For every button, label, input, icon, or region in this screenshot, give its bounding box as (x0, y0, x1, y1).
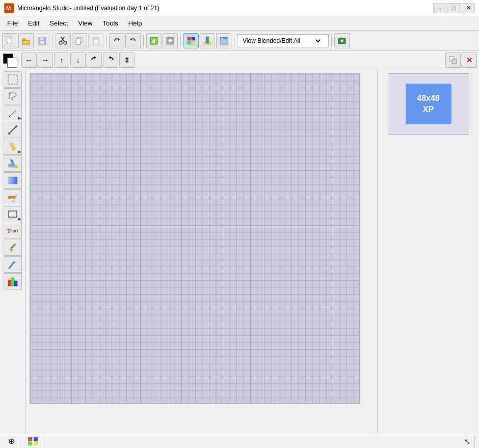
clear-button[interactable]: ✕ (462, 52, 477, 68)
view-mode-dropdown[interactable]: View Blended/Edit All View Normal/Edit A… (237, 34, 329, 47)
svg-rect-5 (7, 41, 11, 41)
menu-tools[interactable]: Tools (97, 17, 123, 29)
view-window-button[interactable] (216, 33, 231, 48)
svg-point-58 (13, 200, 14, 201)
svg-rect-26 (192, 37, 195, 40)
preview-inner: 48x48 XP (406, 84, 451, 124)
move-up-button[interactable]: ↑ (54, 52, 69, 68)
svg-point-59 (15, 201, 16, 202)
toolbar2-right: ✕ (445, 52, 477, 68)
status-resize: ⤡ (460, 434, 475, 448)
svg-point-56 (8, 196, 11, 199)
open-button[interactable] (18, 33, 34, 48)
rotate-cw-button[interactable] (87, 52, 102, 68)
view-grid-button[interactable] (183, 33, 199, 48)
svg-point-16 (64, 41, 67, 44)
svg-point-50 (8, 133, 10, 135)
export-button[interactable] (163, 33, 178, 48)
undo-button[interactable] (109, 33, 124, 48)
menu-select[interactable]: Select (44, 17, 73, 29)
move-down-button[interactable]: ↓ (70, 52, 86, 68)
svg-rect-67 (28, 437, 32, 441)
copy-button[interactable] (72, 33, 87, 48)
close-button[interactable]: ✕ (462, 3, 475, 13)
svg-rect-8 (22, 39, 25, 40)
tool-airbrush[interactable] (4, 189, 22, 205)
svg-point-39 (341, 40, 343, 42)
svg-line-49 (9, 126, 16, 134)
svg-point-51 (15, 125, 17, 127)
menu-view[interactable]: View (73, 17, 98, 29)
menu-edit[interactable]: Edit (23, 17, 44, 29)
svg-rect-18 (76, 39, 81, 44)
svg-point-15 (59, 41, 62, 44)
grid-overlay (30, 74, 359, 403)
maximize-button[interactable]: □ (447, 3, 461, 13)
window-controls: – □ ✕ (433, 3, 475, 13)
tool-text[interactable]: T ext (4, 223, 22, 239)
svg-rect-11 (40, 37, 44, 40)
svg-rect-45 (8, 75, 17, 84)
svg-rect-66 (9, 279, 11, 280)
svg-point-60 (12, 201, 13, 202)
svg-rect-40 (340, 38, 342, 39)
svg-rect-65 (14, 281, 17, 286)
flip-button[interactable] (119, 52, 135, 68)
menu-bar: File Edit Select View Tools Help (0, 16, 479, 31)
svg-rect-61 (9, 211, 17, 217)
save-button[interactable] (35, 33, 50, 48)
copy-preview-button[interactable] (445, 52, 461, 68)
tool-rectangle[interactable]: ▶ (4, 206, 22, 222)
canvas-area[interactable] (25, 69, 377, 434)
tool-smudge[interactable] (4, 256, 22, 273)
tool-gradient[interactable] (4, 172, 22, 189)
cut-button[interactable] (56, 33, 71, 48)
app-icon: M (4, 3, 14, 13)
svg-marker-32 (206, 36, 207, 37)
tool-selection[interactable] (4, 71, 22, 88)
preview-box: 48x48 XP (388, 73, 469, 135)
crosshair-icon: ⊕ (8, 436, 15, 446)
title-bar: M Microangelo Studio- untitled (Evaluati… (0, 0, 479, 16)
paste-button[interactable] (88, 33, 103, 48)
view-mode-select[interactable]: View Blended/Edit All View Normal/Edit A… (241, 37, 322, 45)
tool-line[interactable] (4, 122, 22, 138)
separator3 (143, 35, 144, 47)
tool-pencil[interactable]: ▶ (4, 139, 22, 155)
svg-rect-64 (11, 278, 14, 286)
separator6 (331, 35, 332, 47)
minimize-button[interactable]: – (433, 3, 446, 13)
main-area: ▶ ▶ (0, 69, 479, 434)
svg-line-48 (9, 116, 10, 117)
separator1 (52, 35, 53, 47)
rotate-ccw-button[interactable] (103, 52, 118, 68)
pixel-canvas[interactable] (30, 73, 360, 404)
import-button[interactable] (146, 33, 162, 48)
edit-pencil-button[interactable] (200, 33, 215, 48)
separator2 (106, 35, 107, 47)
svg-rect-9 (23, 41, 29, 44)
tool-fill[interactable] (4, 155, 22, 172)
new-button[interactable] (2, 33, 17, 48)
move-right-button[interactable]: → (38, 52, 53, 68)
move-left-button[interactable]: ← (21, 52, 37, 68)
status-palette (23, 434, 43, 448)
background-color[interactable] (7, 58, 17, 68)
menu-file[interactable]: File (2, 17, 23, 29)
separator5 (234, 35, 234, 47)
separator4 (180, 35, 181, 47)
svg-line-57 (15, 195, 17, 196)
tool-eyedropper[interactable] (4, 240, 22, 256)
menu-help[interactable]: Help (123, 17, 147, 29)
svg-rect-68 (34, 437, 38, 441)
svg-rect-12 (40, 41, 44, 44)
redo-button[interactable] (125, 33, 141, 48)
svg-text:M: M (6, 5, 11, 11)
tool-effects[interactable] (4, 273, 22, 289)
screenshot-button[interactable] (334, 33, 350, 48)
tool-pen[interactable]: ▶ (4, 105, 22, 121)
svg-rect-20 (94, 37, 98, 39)
status-crosshair: ⊕ (4, 434, 19, 448)
tool-lasso[interactable] (4, 88, 22, 104)
preview-panel: 48x48 XP (377, 69, 479, 434)
